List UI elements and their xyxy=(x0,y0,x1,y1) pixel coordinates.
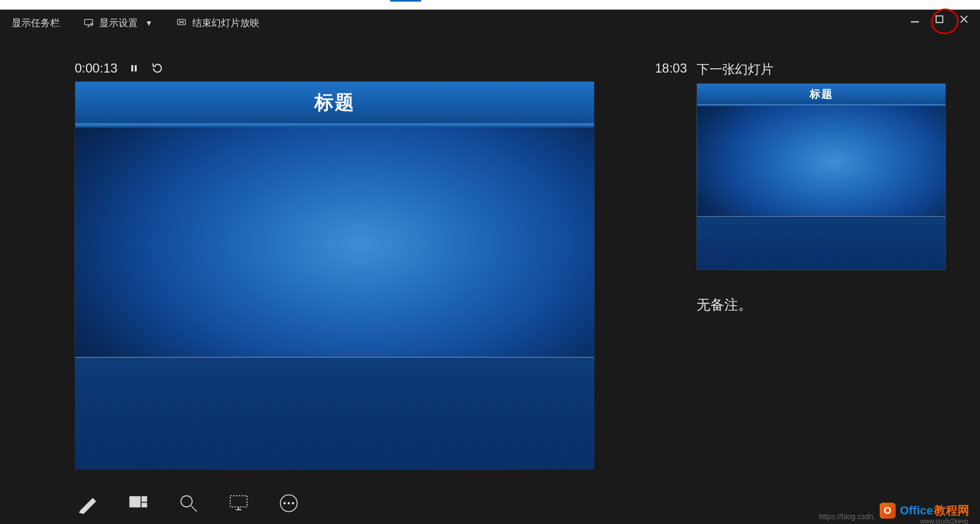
next-slide-title: 标题 xyxy=(697,84,945,104)
blog-url-fragment: https://blog.csdn. xyxy=(819,512,875,521)
see-all-slides-button[interactable] xyxy=(125,490,152,517)
end-show-icon xyxy=(176,18,187,28)
browser-top-bar xyxy=(0,0,980,10)
slide-grid-icon xyxy=(127,492,149,514)
display-settings-label: 显示设置 xyxy=(99,17,138,29)
office-logo-icon: O xyxy=(880,503,896,519)
restart-icon xyxy=(152,62,163,74)
minimize-button[interactable] xyxy=(910,14,920,25)
watermark-suffix: 教程网 xyxy=(934,503,969,519)
maximize-button[interactable] xyxy=(934,14,945,25)
notes-text: 无备注。 xyxy=(697,296,957,314)
show-taskbar-button[interactable]: 显示任务栏 xyxy=(0,17,72,29)
next-slide-label: 下一张幻灯片 xyxy=(697,61,957,78)
current-slide-title: 标题 xyxy=(75,82,594,123)
elapsed-time: 0:00:13 xyxy=(75,61,117,76)
svg-rect-15 xyxy=(142,503,147,507)
svg-point-16 xyxy=(181,496,192,507)
blackout-icon xyxy=(227,492,250,514)
browser-accent xyxy=(390,0,421,2)
pen-icon xyxy=(77,492,99,514)
zoom-icon xyxy=(177,492,200,514)
svg-rect-12 xyxy=(135,65,137,72)
zoom-button[interactable] xyxy=(175,490,202,517)
presenter-tools xyxy=(75,490,302,517)
more-options-button[interactable] xyxy=(275,490,302,517)
maximize-icon xyxy=(934,14,945,25)
main-area: 0:00:13 18:03 标题 xyxy=(0,36,980,524)
watermark-office: Office xyxy=(900,504,933,518)
end-slideshow-label: 结束幻灯片放映 xyxy=(192,17,259,29)
svg-point-24 xyxy=(292,502,294,504)
more-icon xyxy=(278,492,300,514)
svg-rect-1 xyxy=(936,16,943,23)
current-slide-panel: 0:00:13 18:03 标题 xyxy=(0,36,697,524)
thumb-lower-band xyxy=(697,216,945,269)
close-icon xyxy=(959,14,969,25)
top-toolbar: 显示任务栏 显示设置 ▼ 结束幻灯片放映 xyxy=(0,10,980,36)
display-settings-button[interactable]: 显示设置 ▼ xyxy=(72,17,164,29)
svg-rect-18 xyxy=(230,496,247,507)
show-taskbar-label: 显示任务栏 xyxy=(12,17,60,29)
svg-rect-13 xyxy=(130,497,140,507)
presenter-view-app: 显示任务栏 显示设置 ▼ 结束幻灯片放映 0:00:13 xyxy=(0,10,980,524)
close-button[interactable] xyxy=(959,14,969,25)
thumb-divider xyxy=(697,104,945,106)
svg-point-22 xyxy=(283,502,286,504)
restart-button[interactable] xyxy=(151,61,164,75)
current-slide[interactable]: 标题 xyxy=(75,81,595,470)
current-time: 18:03 xyxy=(655,61,697,76)
monitor-icon xyxy=(83,18,94,28)
minimize-icon xyxy=(910,14,920,25)
watermark: O Office教程网 xyxy=(880,503,969,519)
chevron-down-icon: ▼ xyxy=(145,19,153,27)
blackout-button[interactable] xyxy=(225,490,252,517)
window-controls xyxy=(910,10,977,29)
svg-rect-4 xyxy=(85,19,93,25)
pause-button[interactable] xyxy=(127,61,141,75)
next-slide-thumbnail[interactable]: 标题 xyxy=(697,83,946,270)
svg-line-17 xyxy=(191,506,197,512)
svg-rect-11 xyxy=(131,65,133,72)
svg-point-23 xyxy=(288,502,290,504)
slide-divider xyxy=(75,123,594,128)
slide-body xyxy=(75,128,594,469)
slide-lower-band xyxy=(75,357,594,469)
next-slide-panel: 下一张幻灯片 标题 无备注。 xyxy=(697,36,980,524)
svg-rect-14 xyxy=(142,497,147,502)
timer-row: 0:00:13 18:03 xyxy=(75,61,697,76)
pause-icon xyxy=(130,64,138,73)
watermark-sub: www.study2keep xyxy=(920,518,968,524)
end-slideshow-button[interactable]: 结束幻灯片放映 xyxy=(164,17,271,29)
pen-tool-button[interactable] xyxy=(75,490,101,517)
